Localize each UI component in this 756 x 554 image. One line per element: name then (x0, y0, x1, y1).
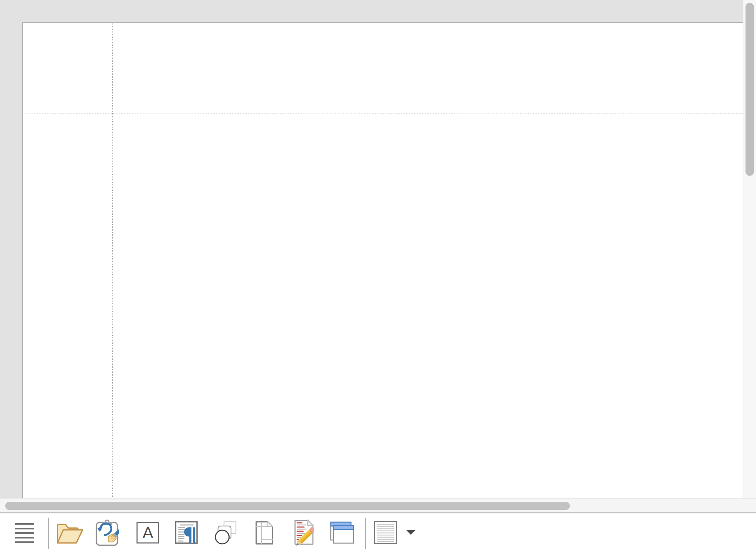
bottom-toolbar: A (0, 513, 756, 554)
document-pencil-icon (294, 519, 314, 547)
horizontal-scrollbar[interactable] (0, 498, 756, 512)
document-pilcrow-icon (175, 521, 198, 544)
document-lines-icon (374, 521, 397, 544)
paste-format-button[interactable] (95, 519, 119, 547)
windows-button[interactable] (330, 521, 354, 544)
toolbar-divider (365, 518, 366, 549)
menu-button[interactable] (15, 523, 34, 543)
shapes-icon (214, 521, 237, 545)
document-view-button[interactable] (374, 521, 397, 544)
overlapping-windows-icon (330, 521, 354, 544)
open-folder-button[interactable] (56, 522, 84, 544)
view-dropdown-button[interactable] (406, 530, 416, 535)
font-letter-icon: A (136, 522, 159, 543)
page-layout-icon (255, 521, 274, 545)
insert-shapes-button[interactable] (214, 521, 237, 545)
table-column-gridline (112, 23, 113, 499)
font-button[interactable]: A (136, 522, 159, 543)
vertical-scrollbar[interactable] (743, 0, 756, 498)
review-edit-button[interactable] (294, 519, 314, 547)
open-folder-icon (56, 522, 84, 544)
caret-down-icon (406, 530, 416, 535)
font-icon-letter: A (142, 525, 153, 541)
document-workspace (0, 0, 743, 498)
hamburger-menu-icon (15, 523, 34, 543)
horizontal-scrollbar-thumb[interactable] (5, 502, 570, 510)
toolbar-divider (48, 518, 49, 549)
paragraph-format-button[interactable] (175, 521, 198, 544)
page-layout-button[interactable] (255, 521, 274, 545)
vertical-scrollbar-thumb[interactable] (746, 3, 754, 176)
app-window: A (0, 0, 756, 554)
clipboard-undo-brush-icon (95, 519, 119, 547)
table-row-gridline (23, 113, 743, 113)
document-page[interactable] (22, 22, 743, 499)
